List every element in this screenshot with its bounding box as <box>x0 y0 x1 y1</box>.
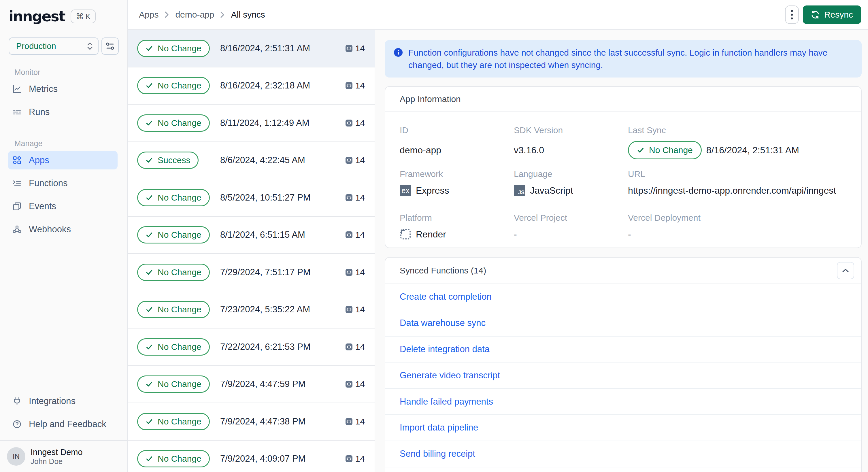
synced-functions-card: Synced Functions (14) Create chat comple… <box>385 257 862 472</box>
function-row[interactable]: Create chat completion <box>385 284 861 310</box>
user-org: Inngest Demo <box>31 447 83 457</box>
sync-list-item[interactable]: No Change 7/9/2024, 4:47:38 PM 14 <box>128 403 375 441</box>
sync-list-item[interactable]: No Change 7/22/2024, 6:21:53 PM 14 <box>128 328 375 366</box>
sync-list-item[interactable]: No Change 8/16/2024, 2:32:18 AM 14 <box>128 67 375 105</box>
app-root: inngest ⌘K Production Monitor Metrics Ru… <box>0 0 868 472</box>
express-icon: ex <box>400 185 411 196</box>
sidebar: inngest ⌘K Production Monitor Metrics Ru… <box>0 0 128 472</box>
sidebar-item-functions[interactable]: Functions <box>8 174 118 192</box>
sidebar-item-label: Help and Feedback <box>29 419 106 429</box>
kebab-icon <box>791 9 793 20</box>
sync-list: No Change 8/16/2024, 2:51:31 AM 14 No Ch… <box>128 30 375 472</box>
function-row[interactable]: Delete integration data <box>385 337 861 363</box>
environment-select[interactable]: Production <box>9 37 98 55</box>
function-row[interactable]: Import data pipeline <box>385 415 861 441</box>
sync-list-item[interactable]: No Change 7/9/2024, 4:09:07 PM 14 <box>128 441 375 472</box>
sync-list-item[interactable]: No Change 7/9/2024, 4:47:59 PM 14 <box>128 366 375 403</box>
function-row[interactable]: Data warehouse sync <box>385 310 861 337</box>
sync-status-badge: No Change <box>137 338 210 355</box>
breadcrumb-demo-app[interactable]: demo-app <box>175 10 214 20</box>
collapse-button[interactable] <box>837 262 854 279</box>
sync-timestamp: 7/9/2024, 4:09:07 PM <box>220 453 345 464</box>
sync-timestamp: 8/6/2024, 4:22:45 AM <box>220 155 345 165</box>
function-link[interactable]: Handle failed payments <box>400 397 493 407</box>
help-icon <box>13 420 21 429</box>
sync-status-badge: No Change <box>137 77 210 94</box>
check-icon <box>146 343 153 351</box>
chevron-updown-icon <box>87 41 93 51</box>
function-row[interactable]: Generate video transcript <box>385 363 861 389</box>
code-icon <box>345 306 352 313</box>
code-icon <box>345 231 352 238</box>
check-icon <box>146 269 153 276</box>
sync-timestamp: 8/16/2024, 2:32:18 AM <box>220 81 345 91</box>
sidebar-item-help[interactable]: Help and Feedback <box>8 415 118 433</box>
shortcut-key: K <box>86 12 91 21</box>
check-icon <box>146 194 153 201</box>
sync-timestamp: 7/22/2024, 6:21:53 PM <box>220 342 345 352</box>
main-panel: Function configurations have not changed… <box>375 30 868 472</box>
code-icon <box>345 157 352 164</box>
resync-button[interactable]: Resync <box>803 5 861 24</box>
functions-icon <box>13 179 21 188</box>
sidebar-item-apps[interactable]: Apps <box>8 151 118 169</box>
sync-function-count: 14 <box>345 305 365 314</box>
user-menu[interactable]: IN Inngest Demo John Doe <box>0 441 127 472</box>
sidebar-item-events[interactable]: Events <box>8 197 118 216</box>
code-icon <box>345 82 352 89</box>
check-icon <box>146 82 153 89</box>
function-link[interactable]: Delete integration data <box>400 344 490 354</box>
sidebar-item-label: Events <box>29 201 56 212</box>
environment-label: Production <box>16 41 87 51</box>
sync-timestamp: 8/5/2024, 10:51:27 PM <box>220 192 345 203</box>
code-icon <box>345 269 352 276</box>
field-id: ID demo-app <box>400 125 514 169</box>
render-icon <box>400 228 411 240</box>
function-row[interactable]: Send billing receipt <box>385 441 861 467</box>
sync-list-item[interactable]: Success 8/6/2024, 4:22:45 AM 14 <box>128 142 375 180</box>
field-vercel-project: Vercel Project - <box>514 213 628 240</box>
sync-list-item[interactable]: No Change 8/11/2024, 1:12:49 AM 14 <box>128 104 375 142</box>
breadcrumb-apps[interactable]: Apps <box>139 10 158 20</box>
sidebar-item-integrations[interactable]: Integrations <box>8 392 118 410</box>
function-link[interactable]: Generate video transcript <box>400 370 500 381</box>
code-icon <box>345 381 352 387</box>
sliders-icon <box>105 41 115 51</box>
more-options-button[interactable] <box>785 5 799 24</box>
function-link[interactable]: Create chat completion <box>400 292 492 302</box>
sync-status-badge: No Change <box>137 301 210 318</box>
sync-timestamp: 7/23/2024, 5:35:22 AM <box>220 304 345 315</box>
field-framework: Framework exExpress <box>400 169 514 213</box>
environment-settings-button[interactable] <box>101 37 119 55</box>
field-last-sync: Last Sync No Change 8/16/2024, 2:51:31 A… <box>628 125 847 169</box>
check-icon <box>146 455 153 463</box>
sync-list-item[interactable]: No Change 7/23/2024, 5:35:22 AM 14 <box>128 291 375 329</box>
command-k-shortcut[interactable]: ⌘K <box>71 9 96 23</box>
sidebar-item-label: Webhooks <box>29 224 71 234</box>
sync-list-item[interactable]: No Change 8/16/2024, 2:51:31 AM 14 <box>128 30 375 67</box>
code-icon <box>345 194 352 201</box>
sidebar-item-label: Metrics <box>29 84 58 94</box>
sidebar-item-label: Apps <box>29 155 49 165</box>
javascript-icon: JS <box>514 185 525 196</box>
function-row[interactable]: Handle failed payments <box>385 389 861 415</box>
sync-list-item[interactable]: No Change 8/1/2024, 6:51:15 AM 14 <box>128 217 375 254</box>
sidebar-item-runs[interactable]: Runs <box>8 103 118 121</box>
sidebar-item-webhooks[interactable]: Webhooks <box>8 220 118 239</box>
chevron-up-icon <box>842 268 849 273</box>
sync-function-count: 14 <box>345 81 365 91</box>
sync-status-badge: No Change <box>137 115 210 132</box>
sync-status-badge: No Change <box>137 413 210 430</box>
sidebar-item-metrics[interactable]: Metrics <box>8 80 118 98</box>
sync-list-item[interactable]: No Change 7/29/2024, 7:51:17 PM 14 <box>128 254 375 291</box>
function-link[interactable]: Import data pipeline <box>400 422 478 433</box>
sync-function-count: 14 <box>345 454 365 464</box>
sync-status-badge: No Change <box>137 189 210 206</box>
app-information-card: App Information ID demo-app SDK Version … <box>385 86 862 248</box>
check-icon <box>146 306 153 313</box>
function-link[interactable]: Data warehouse sync <box>400 318 486 328</box>
sidebar-item-label: Integrations <box>29 396 75 406</box>
sync-status-badge: No Change <box>137 264 210 281</box>
sync-list-item[interactable]: No Change 8/5/2024, 10:51:27 PM 14 <box>128 179 375 217</box>
function-link[interactable]: Send billing receipt <box>400 449 475 459</box>
